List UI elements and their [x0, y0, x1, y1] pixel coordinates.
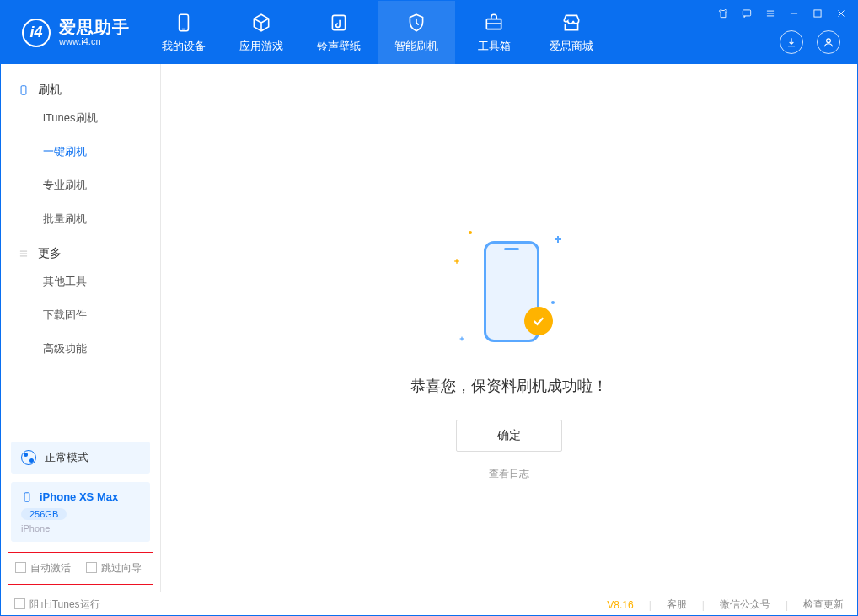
nav-device[interactable]: 我的设备 — [145, 1, 223, 64]
sidebar-item-advanced[interactable]: 高级功能 — [1, 332, 160, 366]
nav-store[interactable]: 爱思商城 — [533, 1, 610, 64]
window-controls — [717, 8, 847, 19]
check-icon — [524, 307, 553, 335]
nav-ring-label: 铃声壁纸 — [317, 39, 361, 54]
device-name: iPhone XS Max — [40, 490, 118, 503]
sidebar-item-itunes[interactable]: iTunes刷机 — [1, 101, 160, 135]
app-url: www.i4.cn — [59, 36, 130, 46]
nav-tools-label: 工具箱 — [478, 39, 511, 54]
titlebar: i4 爱思助手 www.i4.cn 我的设备 应用游戏 铃声壁纸 智能刷机 工具… — [1, 1, 857, 64]
footer-service[interactable]: 客服 — [667, 597, 687, 612]
feedback-icon[interactable] — [741, 8, 753, 19]
device-icon — [21, 491, 33, 503]
nav-apps-label: 应用游戏 — [239, 39, 283, 54]
auto-activate-label: 自动激活 — [30, 562, 71, 574]
device-box[interactable]: iPhone XS Max 256GB iPhone — [11, 482, 150, 542]
nav-store-label: 爱思商城 — [550, 39, 593, 54]
skip-guide-label: 跳过向导 — [101, 562, 142, 574]
nav-apps[interactable]: 应用游戏 — [223, 1, 300, 64]
logo[interactable]: i4 爱思助手 www.i4.cn — [1, 1, 145, 64]
maximize-button[interactable] — [812, 8, 823, 19]
options-highlight: 自动激活 跳过向导 — [8, 552, 153, 585]
mode-icon — [21, 450, 36, 465]
footer: 阻止iTunes运行 V8.16 | 客服 | 微信公众号 | 检查更新 — [1, 592, 857, 616]
svg-rect-13 — [21, 86, 26, 95]
sidebar-group-flash-label: 刷机 — [38, 83, 62, 98]
logo-icon: i4 — [22, 19, 51, 47]
device-icon — [173, 12, 195, 34]
sidebar-item-batch[interactable]: 批量刷机 — [1, 202, 160, 236]
main-nav: 我的设备 应用游戏 铃声壁纸 智能刷机 工具箱 爱思商城 — [145, 1, 610, 64]
minimize-button[interactable] — [788, 8, 800, 19]
sidebar-item-pro[interactable]: 专业刷机 — [1, 169, 160, 202]
sidebar-group-more: 更多 — [1, 236, 160, 265]
device-name-row: iPhone XS Max — [21, 490, 140, 503]
block-itunes-checkbox[interactable]: 阻止iTunes运行 — [14, 597, 100, 612]
footer-update[interactable]: 检查更新 — [803, 597, 844, 612]
mode-label: 正常模式 — [45, 450, 88, 465]
phone-icon — [18, 84, 29, 96]
body: 刷机 iTunes刷机 一键刷机 专业刷机 批量刷机 更多 其他工具 下载固件 … — [1, 64, 857, 592]
download-button[interactable] — [780, 30, 803, 54]
footer-wechat[interactable]: 微信公众号 — [720, 597, 770, 612]
shield-icon — [405, 12, 427, 34]
sidebar-group-more-label: 更多 — [38, 246, 62, 261]
device-storage-badge: 256GB — [21, 508, 67, 520]
main-content: 恭喜您，保资料刷机成功啦！ 确定 查看日志 — [161, 64, 857, 592]
sidebar: 刷机 iTunes刷机 一键刷机 专业刷机 批量刷机 更多 其他工具 下载固件 … — [1, 64, 161, 592]
cube-icon — [250, 12, 272, 34]
nav-flash[interactable]: 智能刷机 — [378, 1, 455, 64]
svg-rect-17 — [24, 492, 29, 501]
store-icon — [560, 12, 582, 34]
skip-guide-checkbox[interactable]: 跳过向导 — [86, 561, 142, 576]
nav-flash-label: 智能刷机 — [394, 39, 438, 54]
sidebar-item-other[interactable]: 其他工具 — [1, 265, 160, 298]
version-label: V8.16 — [607, 599, 633, 611]
list-icon — [18, 248, 29, 260]
nav-tools[interactable]: 工具箱 — [455, 1, 533, 64]
device-type: iPhone — [21, 523, 140, 533]
music-icon — [328, 12, 350, 34]
nav-device-label: 我的设备 — [162, 39, 206, 54]
success-message: 恭喜您，保资料刷机成功啦！ — [410, 376, 608, 396]
svg-rect-10 — [814, 10, 821, 17]
tshirt-icon[interactable] — [717, 8, 729, 19]
sidebar-item-download[interactable]: 下载固件 — [1, 298, 160, 332]
ok-button[interactable]: 确定 — [456, 420, 562, 452]
sidebar-item-oneclick[interactable]: 一键刷机 — [1, 135, 160, 169]
app-name: 爱思助手 — [59, 18, 130, 36]
success-illustration — [458, 233, 560, 351]
sidebar-group-flash: 刷机 — [1, 72, 160, 101]
header-right-icons — [780, 30, 840, 54]
close-button[interactable] — [835, 8, 847, 19]
mode-box[interactable]: 正常模式 — [11, 442, 150, 474]
user-button[interactable] — [817, 30, 840, 54]
svg-point-4 — [827, 39, 831, 43]
nav-ring[interactable]: 铃声壁纸 — [300, 1, 378, 64]
toolbox-icon — [483, 12, 505, 34]
svg-rect-5 — [743, 10, 750, 16]
view-log-link[interactable]: 查看日志 — [489, 467, 529, 481]
block-itunes-label: 阻止iTunes运行 — [29, 598, 100, 610]
auto-activate-checkbox[interactable]: 自动激活 — [15, 561, 71, 576]
menu-icon[interactable] — [764, 8, 776, 19]
